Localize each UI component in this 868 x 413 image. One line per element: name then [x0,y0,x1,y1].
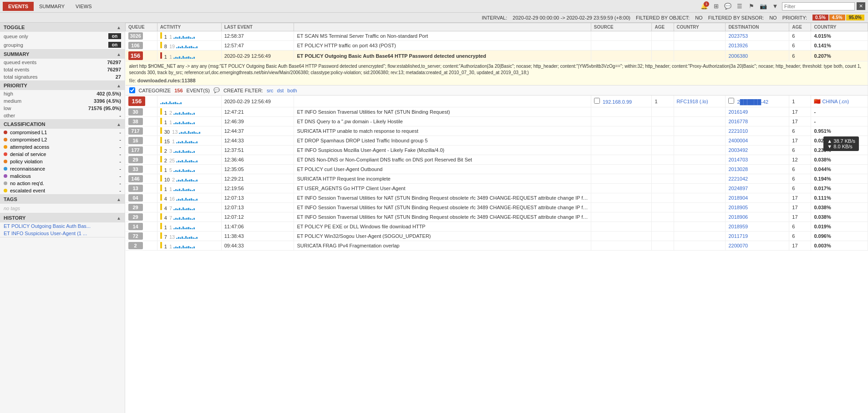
selected-event-row[interactable]: 156 1 1 2020-02-29 12:56:49 ET POLICY Ou… [126,50,868,61]
description-cell: ET POLICY Outgoing Basic Auth Base64 HTT… [294,50,591,61]
camera-button[interactable]: 📷 [758,1,768,11]
classification-item-2[interactable]: attempted access - [0,143,125,151]
sig-link[interactable]: 2221042 [728,176,748,181]
classification-item-8[interactable]: escalated event - [0,187,125,194]
table-row[interactable]: 3026 1 1 12:58:37 ET SCAN MS Terminal Se… [126,31,868,41]
tags-header[interactable]: TAGS ▲ [0,195,125,204]
table-row[interactable]: 33 1 5 12:35:05 ET POLICY curl User-Agen… [126,165,868,174]
history-item-1[interactable]: ET INFO Suspicious User-Agent (1 ... [0,230,125,237]
sig-link[interactable]: 2011719 [728,233,748,239]
classification-item-6[interactable]: malicious - [0,172,125,180]
classification-item-0[interactable]: compromised L1 - [0,129,125,136]
toggle-header[interactable]: TOGGLE ▲ [0,23,125,32]
sig-link[interactable]: 2018959 [728,224,748,229]
list-button[interactable]: ☰ [735,1,745,11]
sig-link[interactable]: 2200070 [728,243,748,248]
dst-ip-link[interactable]: 2██████-42 [737,99,768,105]
filter-button[interactable]: ▼ [770,1,780,11]
both-filter-link[interactable]: both [287,88,297,93]
sig-link[interactable]: 2023753 [728,33,748,39]
sig-link[interactable]: 2018905 [728,205,748,210]
classification-item-5[interactable]: reconnaissance - [0,165,125,172]
sig-link[interactable]: 2014703 [728,157,748,162]
flag-button[interactable]: ⚑ [746,1,756,11]
sig-link[interactable]: 2003492 [728,147,748,153]
sig-link[interactable]: 2016149 [728,109,748,115]
comment-button[interactable]: 💬 [723,1,733,11]
comment-icon[interactable]: 💬 [213,87,220,93]
grouping-toggle[interactable]: on [108,42,121,48]
tab-views[interactable]: VIEWS [70,2,97,11]
exp-desc-cell [294,96,591,107]
table-row[interactable]: 14 1 1 11:47:06 ET POLICY PE EXE or DLL … [126,222,868,232]
v2: 2 [172,177,175,182]
src-ip-link[interactable]: 192.168.0.99 [603,99,632,105]
table-row[interactable]: 04 4 16 12:07:13 ET INFO Session Travers… [126,193,868,203]
activity-cell: 1 1 [157,222,221,232]
sig-link[interactable]: 2013028 [728,166,748,172]
table-row[interactable]: 16 15 1 12:44:33 ET DROP Spamhaus DROP L… [126,136,868,146]
sig-link[interactable]: 2018906 [728,214,748,220]
table-row[interactable]: 106 8 19 12:57:47 ET POLICY HTTP traffic… [126,41,868,50]
table-row[interactable]: 29 2 25 12:36:46 ET DNS Non-DNS or Non-C… [126,155,868,165]
activity-cell: 1 5 [157,165,221,174]
tab-events[interactable]: EVENTS [3,2,34,11]
sig-link[interactable]: 2013926 [728,43,748,48]
clear-filter-button[interactable]: ✕ [857,2,865,10]
queue-only-toggle[interactable]: on [108,33,121,39]
sig-link[interactable]: 2024897 [728,186,748,191]
medium-row: medium 3396 (4.5%) [0,97,125,105]
sig-link[interactable]: 2400004 [728,138,748,143]
classification-item-7[interactable]: no action req'd. - [0,180,125,187]
table-row[interactable]: 30 1 2 12:47:21 ET INFO Session Traversa… [126,107,868,117]
dst-checkbox[interactable] [728,98,734,104]
sig-link[interactable]: 2018904 [728,195,748,201]
table-row[interactable]: 177 2 3 12:37:51 ET INFO Suspicious Mozi… [126,146,868,155]
priority-header[interactable]: PRIORITY ▲ [0,81,125,90]
age-cell [652,212,674,222]
summary-header[interactable]: SUMMARY ▲ [0,50,125,59]
description-cell: ET INFO Session Traversal Utilities for … [294,212,591,222]
queue-number: 29 [128,156,143,163]
activity-cell: 10 2 [157,174,221,184]
queue-num-cell: 14 [126,222,157,232]
filter-input[interactable] [782,2,855,10]
tab-summary[interactable]: SUMMARY [34,2,70,11]
dest-sig-cell: 2200070 [726,241,789,251]
src-country-link[interactable]: RFC1918 (.lo) [677,99,708,104]
table-row[interactable]: 29 4 7 12:07:12 ET INFO Session Traversa… [126,212,868,222]
classification-value-2: - [119,144,121,150]
country-cell [674,222,726,232]
sparkline [173,146,195,153]
table-row[interactable]: 2 1 1 09:44:33 SURICATA FRAG IPv4 Fragme… [126,241,868,251]
table-row[interactable]: 146 10 2 12:29:21 SURICATA HTTP Request … [126,174,868,184]
country-cell [674,136,726,146]
categorize-checkbox[interactable] [129,87,135,93]
layout-button[interactable]: ⊞ [711,1,721,11]
history-header[interactable]: HISTORY ▲ [0,213,125,222]
table-row[interactable]: 72 7 13 11:38:43 ET POLICY Win32/Sogou U… [126,232,868,241]
sig-link[interactable]: 2221010 [728,128,748,134]
classification-item-3[interactable]: denial of service - [0,151,125,158]
history-item-0[interactable]: ET POLICY Outgoing Basic Auth Bas... [0,222,125,230]
src-checkbox[interactable] [594,98,600,104]
table-row[interactable]: 29 4 7 12:07:13 ET INFO Session Traversa… [126,203,868,212]
sig-link[interactable]: 2016778 [728,119,748,124]
src-filter-link[interactable]: src [267,88,274,93]
table-row[interactable]: 717 30 13 12:44:37 SURICATA HTTP unable … [126,126,868,136]
dst-country-link[interactable]: CHINA (.cn) [822,99,849,104]
description-cell: ET DROP Spamhaus DROP Listed Traffic Inb… [294,136,591,146]
table-row[interactable]: 13 1 1 12:19:56 ET USER_AGENTS Go HTTP C… [126,184,868,193]
classification-header[interactable]: CLASSIFICATION ▲ [0,120,125,129]
sparkline [160,98,182,104]
priority-bar [160,52,162,59]
low-value: 71576 (95.0%) [88,106,121,111]
dst-filter-link[interactable]: dst [277,88,284,93]
sig-id-link[interactable]: 2006380 [728,53,748,59]
classification-dot-8 [4,189,7,192]
table-row[interactable]: 38 1 1 12:46:39 ET DNS Query to a ".pw d… [126,117,868,126]
classification-item-4[interactable]: policy violation - [0,158,125,165]
notifications-button[interactable]: 🔔1 [699,1,709,11]
priority-high-badge: 0.5% [812,15,828,20]
classification-item-1[interactable]: compromised L2 - [0,136,125,143]
